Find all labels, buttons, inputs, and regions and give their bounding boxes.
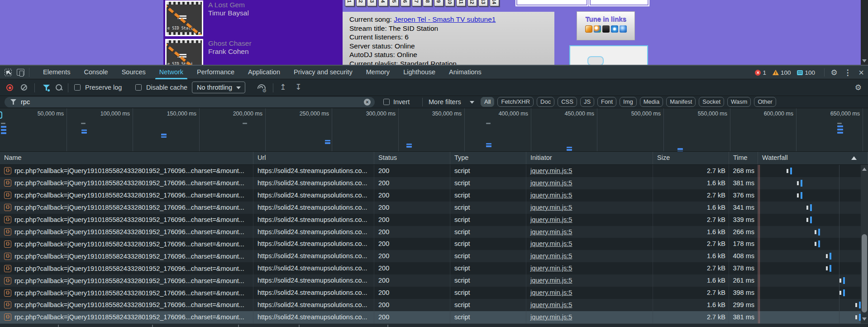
windows-media-icon[interactable] (594, 25, 601, 33)
timeline-handle[interactable] (0, 111, 2, 119)
web-player-icon[interactable] (620, 25, 627, 33)
request-name-cell[interactable]: {}rpc.php?callback=jQuery191018558243328… (0, 189, 253, 202)
piano-key[interactable]: 11 (456, 0, 466, 6)
close-devtools-icon[interactable]: × (854, 67, 868, 78)
filter-chip-wasm[interactable]: Wasm (727, 97, 751, 107)
piano-key[interactable]: 10 (445, 0, 454, 6)
import-har-icon[interactable]: ↥ (280, 82, 286, 91)
column-header-time[interactable]: Time (729, 152, 758, 164)
preserve-log-checkbox[interactable] (74, 84, 81, 91)
export-har-icon[interactable]: ↧ (295, 82, 301, 91)
piano-key[interactable]: 6 (401, 0, 410, 6)
filter-chip-js[interactable]: JS (580, 97, 594, 107)
scroll-down-arrow[interactable] (862, 59, 867, 63)
initiator-link[interactable]: jquery.min.js:5 (530, 264, 572, 272)
column-header-name[interactable]: Name (0, 152, 253, 164)
column-header-waterfall[interactable]: Waterfall (758, 152, 868, 164)
filter-chip-img[interactable]: Img (620, 97, 637, 107)
tab-animations[interactable]: Animations (442, 66, 488, 79)
more-options-icon[interactable]: ⋮ (841, 68, 854, 77)
piano-key[interactable]: 2 (356, 0, 366, 6)
piano-key[interactable]: 8 (423, 0, 432, 6)
initiator-link[interactable]: jquery.min.js:5 (530, 240, 572, 247)
filter-chip-doc[interactable]: Doc (537, 97, 554, 107)
tab-memory[interactable]: Memory (359, 66, 396, 79)
scrollbar-thumb[interactable] (862, 234, 867, 313)
request-name-cell[interactable]: {}rpc.php?callback=jQuery191018558243328… (0, 214, 253, 226)
request-name-cell[interactable]: {}rpc.php?callback=jQuery191018558243328… (0, 287, 253, 299)
filter-chip-css[interactable]: CSS (558, 97, 577, 107)
initiator-link[interactable]: jquery.min.js:5 (530, 204, 572, 211)
filter-chip-manifest[interactable]: Manifest (666, 97, 696, 107)
request-row[interactable]: {}rpc.php?callback=jQuery191018558243328… (0, 299, 868, 311)
filter-chip-other[interactable]: Other (754, 97, 776, 107)
piano-key[interactable]: 7 (412, 0, 421, 6)
request-row[interactable]: {}rpc.php?callback=jQuery191018558243328… (0, 250, 868, 262)
clear-filter-icon[interactable]: × (364, 99, 371, 106)
throttling-dropdown[interactable]: No throttling (192, 82, 245, 93)
initiator-link[interactable]: jquery.min.js:5 (530, 228, 572, 236)
album-thumbnail[interactable]: e SID Stati (165, 0, 203, 36)
request-name-cell[interactable]: {}rpc.php?callback=jQuery191018558243328… (0, 226, 253, 238)
quicktime-icon[interactable] (611, 25, 618, 33)
request-row[interactable]: {}rpc.php?callback=jQuery191018558243328… (0, 177, 868, 189)
request-name-cell[interactable]: {}rpc.php?callback=jQuery191018558243328… (0, 165, 253, 177)
error-badge[interactable]: ×1 (755, 69, 766, 76)
piano-key[interactable]: 12 (467, 0, 477, 6)
piano-key[interactable]: 13 (478, 0, 488, 6)
more-filters-caret-icon[interactable] (470, 101, 474, 104)
tab-elements[interactable]: Elements (36, 66, 77, 79)
invert-checkbox[interactable] (383, 99, 390, 105)
filter-chip-all[interactable]: All (481, 97, 494, 107)
issues-badge[interactable]: 100 (797, 69, 815, 76)
request-name-cell[interactable]: {}rpc.php?callback=jQuery191018558243328… (0, 250, 253, 262)
piano-key[interactable]: 14 (490, 0, 499, 6)
initiator-link[interactable]: jquery.min.js:5 (530, 252, 572, 260)
filter-chip-font[interactable]: Font (597, 97, 616, 107)
piano-key[interactable]: 9 (434, 0, 444, 6)
page-scrollbar[interactable] (861, 0, 868, 65)
piano-key[interactable]: 3 (367, 0, 377, 6)
winamp-icon[interactable] (585, 25, 592, 33)
record-button[interactable] (6, 84, 13, 91)
settings-gear-icon[interactable]: ⚙ (827, 68, 841, 77)
device-toolbar-icon[interactable] (17, 69, 24, 76)
request-name-cell[interactable]: {}rpc.php?callback=jQuery191018558243328… (0, 238, 253, 250)
column-header-url[interactable]: Url (253, 152, 374, 164)
initiator-link[interactable]: jquery.min.js:5 (530, 179, 572, 187)
piano-key[interactable]: 5 (389, 0, 399, 6)
initiator-link[interactable]: jquery.min.js:5 (530, 289, 572, 296)
request-row[interactable]: {}rpc.php?callback=jQuery191018558243328… (0, 311, 868, 323)
column-header-initiator[interactable]: Initiator (526, 152, 653, 164)
tab-network[interactable]: Network (153, 66, 190, 79)
request-name-cell[interactable]: {}rpc.php?callback=jQuery191018558243328… (0, 299, 253, 311)
tab-sources[interactable]: Sources (115, 66, 153, 79)
initiator-link[interactable]: jquery.min.js:5 (530, 313, 572, 321)
scroll-up-arrow[interactable] (862, 168, 867, 171)
current-song-link[interactable]: Jeroen Tel - Smash TV subtune1 (394, 15, 496, 23)
request-name-cell[interactable]: {}rpc.php?callback=jQuery191018558243328… (0, 274, 253, 287)
tab-lighthouse[interactable]: Lighthouse (396, 66, 442, 79)
search-icon[interactable] (56, 84, 63, 91)
filter-chip-fetch-xhr[interactable]: Fetch/XHR (497, 97, 534, 107)
column-header-status[interactable]: Status (374, 152, 450, 164)
filter-chip-media[interactable]: Media (640, 97, 663, 107)
request-name-cell[interactable]: {}rpc.php?callback=jQuery191018558243328… (0, 177, 253, 189)
table-scrollbar[interactable] (861, 165, 868, 323)
scroll-down-arrow[interactable] (862, 317, 867, 321)
inspect-element-icon[interactable] (5, 69, 12, 76)
request-row[interactable]: {}rpc.php?callback=jQuery191018558243328… (0, 202, 868, 214)
request-row[interactable]: {}rpc.php?callback=jQuery191018558243328… (0, 226, 868, 238)
request-name-cell[interactable]: {}rpc.php?callback=jQuery191018558243328… (0, 202, 253, 214)
piano-key[interactable]: 1 (345, 0, 354, 6)
network-overview-timeline[interactable]: 50,000 ms100,000 ms150,000 ms200,000 ms2… (0, 108, 868, 152)
initiator-link[interactable]: jquery.min.js:5 (530, 192, 572, 199)
column-header-type[interactable]: Type (450, 152, 526, 164)
request-row[interactable]: {}rpc.php?callback=jQuery191018558243328… (0, 287, 868, 299)
tab-application[interactable]: Application (241, 66, 287, 79)
tab-performance[interactable]: Performance (190, 66, 241, 79)
request-row[interactable]: {}rpc.php?callback=jQuery191018558243328… (0, 214, 868, 226)
warning-badge[interactable]: !100 (773, 69, 791, 76)
tab-console[interactable]: Console (77, 66, 114, 79)
initiator-link[interactable]: jquery.min.js:5 (530, 301, 572, 308)
